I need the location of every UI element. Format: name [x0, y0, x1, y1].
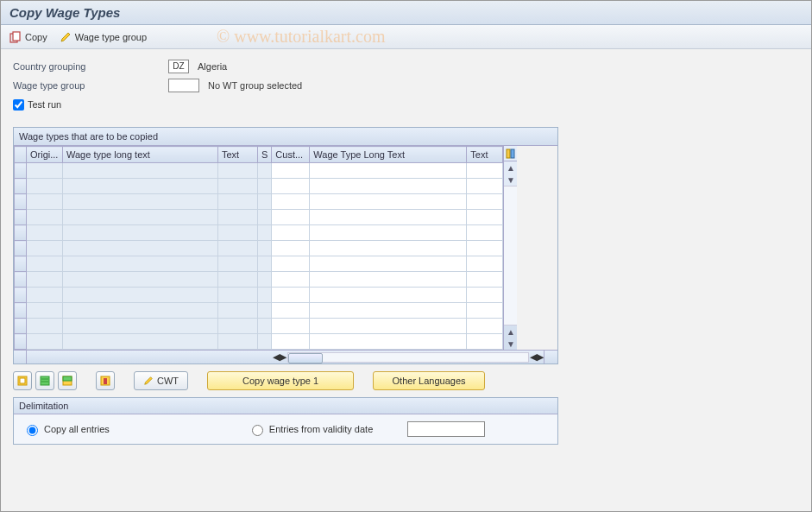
cell-origi[interactable]: [27, 256, 63, 272]
row-selector[interactable]: [15, 241, 27, 256]
scroll-up-arrow2-icon[interactable]: ▲: [505, 326, 517, 338]
copy-button[interactable]: Copy: [9, 31, 47, 43]
cell-text1[interactable]: [218, 288, 258, 303]
vertical-scrollbar[interactable]: ▲ ▼ ▲ ▼: [503, 146, 517, 350]
cell-origi[interactable]: [27, 319, 63, 334]
delete-button[interactable]: [96, 371, 115, 390]
column-header-s[interactable]: S: [258, 147, 272, 163]
cell-cust[interactable]: [272, 272, 310, 288]
column-header-text2[interactable]: Text: [467, 147, 503, 163]
cell-text2[interactable]: [467, 334, 503, 350]
table-row[interactable]: [15, 179, 503, 194]
cell-wtlt[interactable]: [63, 288, 218, 303]
cell-origi[interactable]: [27, 288, 63, 303]
table-settings-icon[interactable]: [504, 146, 517, 161]
wage-types-table[interactable]: Origi...Wage type long textTextSCust...W…: [14, 146, 503, 350]
cell-cust[interactable]: [272, 303, 310, 319]
cell-cust[interactable]: [272, 241, 310, 256]
cell-text2[interactable]: [467, 319, 503, 334]
cell-wtlt[interactable]: [63, 179, 218, 194]
cell-wtlt2[interactable]: [310, 288, 467, 303]
cell-cust[interactable]: [272, 319, 310, 334]
table-row[interactable]: [15, 225, 503, 241]
cell-s[interactable]: [258, 272, 272, 288]
hscroll-right2-icon[interactable]: ▶: [537, 351, 544, 363]
cell-wtlt[interactable]: [63, 272, 218, 288]
table-row[interactable]: [15, 288, 503, 303]
cell-text2[interactable]: [467, 241, 503, 256]
hscroll-right-icon[interactable]: ▶: [280, 351, 286, 363]
column-header-origi[interactable]: Origi...: [27, 147, 63, 163]
row-selector[interactable]: [15, 288, 27, 303]
cell-text2[interactable]: [467, 288, 503, 303]
cell-wtlt2[interactable]: [310, 334, 467, 350]
test-run-checkbox[interactable]: [13, 99, 24, 111]
cell-text1[interactable]: [218, 256, 258, 272]
cell-cust[interactable]: [272, 225, 310, 241]
cell-origi[interactable]: [27, 163, 63, 179]
cell-text2[interactable]: [467, 179, 503, 194]
cell-origi[interactable]: [27, 334, 63, 350]
table-row[interactable]: [15, 163, 503, 179]
cell-text1[interactable]: [218, 179, 258, 194]
cell-wtlt2[interactable]: [310, 194, 467, 210]
table-row[interactable]: [15, 319, 503, 334]
cell-wtlt[interactable]: [63, 163, 218, 179]
cell-text1[interactable]: [218, 241, 258, 256]
row-selector[interactable]: [15, 272, 27, 288]
cell-cust[interactable]: [272, 179, 310, 194]
cell-s[interactable]: [258, 303, 272, 319]
row-selector[interactable]: [15, 210, 27, 225]
cell-s[interactable]: [258, 319, 272, 334]
cell-text2[interactable]: [467, 163, 503, 179]
copy-wage-type-1-button[interactable]: Copy wage type 1: [207, 371, 354, 390]
cell-text1[interactable]: [218, 225, 258, 241]
column-header-cust[interactable]: Cust...: [272, 147, 310, 163]
cell-wtlt2[interactable]: [310, 256, 467, 272]
cell-text1[interactable]: [218, 303, 258, 319]
cell-origi[interactable]: [27, 225, 63, 241]
table-row[interactable]: [15, 272, 503, 288]
cell-origi[interactable]: [27, 179, 63, 194]
cell-wtlt2[interactable]: [310, 319, 467, 334]
cell-wtlt2[interactable]: [310, 272, 467, 288]
row-selector[interactable]: [15, 163, 27, 179]
scroll-down-arrow2-icon[interactable]: ▼: [505, 338, 517, 350]
cell-cust[interactable]: [272, 256, 310, 272]
cell-s[interactable]: [258, 334, 272, 350]
cell-s[interactable]: [258, 163, 272, 179]
hscroll-thumb[interactable]: [288, 353, 323, 363]
scroll-track[interactable]: [504, 186, 517, 326]
column-header-text1[interactable]: Text: [218, 147, 258, 163]
cell-text1[interactable]: [218, 210, 258, 225]
cell-s[interactable]: [258, 225, 272, 241]
cell-origi[interactable]: [27, 303, 63, 319]
cell-wtlt[interactable]: [63, 303, 218, 319]
cell-cust[interactable]: [272, 194, 310, 210]
copy-all-radio-input[interactable]: [27, 425, 38, 436]
cell-text1[interactable]: [218, 194, 258, 210]
cell-cust[interactable]: [272, 163, 310, 179]
row-selector[interactable]: [15, 256, 27, 272]
row-selector[interactable]: [15, 334, 27, 350]
table-row[interactable]: [15, 210, 503, 225]
cell-text2[interactable]: [467, 256, 503, 272]
wage-type-group-input[interactable]: [168, 79, 199, 92]
cell-text2[interactable]: [467, 225, 503, 241]
table-row[interactable]: [15, 241, 503, 256]
cell-s[interactable]: [258, 210, 272, 225]
row-selector-header[interactable]: [15, 147, 27, 163]
country-grouping-input[interactable]: DZ: [168, 60, 189, 73]
cell-text2[interactable]: [467, 272, 503, 288]
cell-s[interactable]: [258, 179, 272, 194]
select-block-button[interactable]: [35, 371, 54, 390]
horizontal-scrollbar[interactable]: ◀ ▶ ◀ ▶: [14, 350, 557, 363]
cell-wtlt2[interactable]: [310, 210, 467, 225]
cell-wtlt[interactable]: [63, 194, 218, 210]
cell-cust[interactable]: [272, 288, 310, 303]
cell-text1[interactable]: [218, 319, 258, 334]
table-row[interactable]: [15, 256, 503, 272]
cell-s[interactable]: [258, 194, 272, 210]
column-header-wtlt2[interactable]: Wage Type Long Text: [310, 147, 467, 163]
cell-text2[interactable]: [467, 194, 503, 210]
